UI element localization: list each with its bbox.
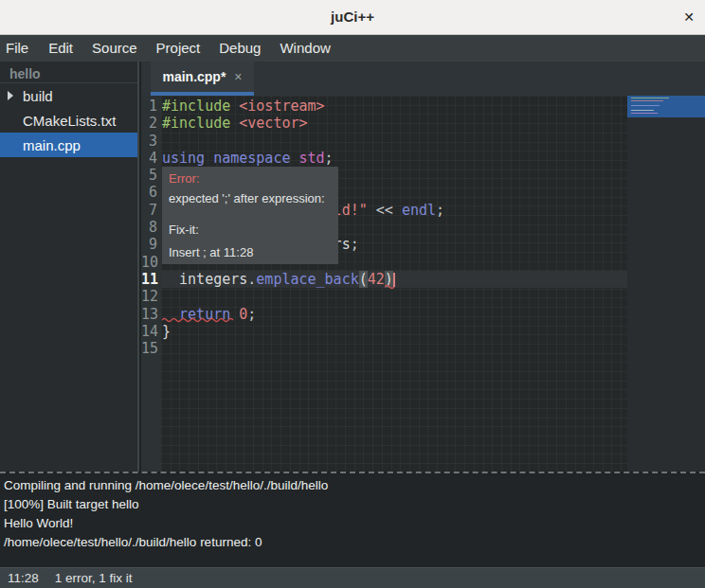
minimap-code-preview: [631, 113, 658, 114]
error-squiggle: [162, 317, 236, 323]
tab-bar: main.cpp* ×: [141, 62, 705, 96]
line-number: 5: [141, 167, 161, 184]
code-token: [230, 98, 239, 115]
terminal-output[interactable]: Compiling and running /home/olece/test/h…: [0, 474, 705, 567]
code-token: #include: [162, 115, 230, 132]
line-number: 8: [141, 219, 161, 236]
main-content: hello buildCMakeLists.txtmain.cpp main.c…: [0, 62, 705, 472]
code-token: <<: [376, 202, 393, 219]
code-token: 42: [368, 271, 385, 288]
editor-body: 123456789101112131415 #include <iostream…: [141, 96, 705, 472]
code-token: ;: [436, 202, 444, 219]
line-number: 7: [141, 202, 161, 219]
sidebar-item-main-cpp[interactable]: main.cpp: [0, 133, 137, 157]
code-token: ;: [247, 306, 256, 323]
terminal-line: Compiling and running /home/olece/test/h…: [4, 476, 701, 495]
menu-item-file[interactable]: File: [5, 35, 39, 62]
tooltip-fixit-label: Fix-it:: [169, 223, 199, 237]
code-token: (: [359, 271, 368, 288]
sidebar-item-build[interactable]: build: [0, 83, 137, 108]
tooltip-fixit-text: Insert ; at 11:28: [169, 245, 253, 259]
menu-item-source[interactable]: Source: [82, 35, 147, 62]
line-number: 11: [141, 271, 161, 288]
code-token: [230, 115, 239, 132]
terminal-line: [100%] Built target hello: [4, 495, 701, 514]
code-token: #include: [162, 98, 230, 115]
minimap-code-preview: [631, 98, 669, 98]
code-line: }: [161, 323, 627, 340]
code-token: using: [162, 150, 205, 167]
cursor-position: 11:28: [8, 571, 39, 585]
minimap-code-preview: [631, 100, 663, 101]
minimap-code-preview: [631, 105, 660, 106]
minimap-code-preview: [631, 110, 654, 111]
text-cursor: [393, 273, 395, 287]
code-token: 0: [239, 306, 247, 323]
status-bar: 11:28 1 error, 1 fix it: [0, 567, 705, 588]
line-number: 1: [141, 98, 161, 115]
line-number-gutter: 123456789101112131415: [141, 96, 161, 472]
sidebar-item-label: CMakeLists.txt: [23, 113, 116, 129]
file-browser: hello buildCMakeLists.txtmain.cpp: [0, 62, 139, 472]
sidebar-item-cmakelists-txt[interactable]: CMakeLists.txt: [0, 108, 137, 133]
code-token: <iostream>: [239, 98, 324, 115]
menu-item-project[interactable]: Project: [147, 35, 210, 62]
sidebar-item-label: main.cpp: [23, 137, 81, 153]
line-number: 15: [141, 340, 161, 357]
tab-label: main.cpp*: [162, 69, 226, 84]
code-line: [161, 340, 627, 357]
code-token: [290, 150, 298, 167]
code-token: <vector>: [239, 115, 307, 132]
line-number: 2: [141, 115, 161, 132]
code-token: endl: [402, 202, 436, 219]
sidebar-item-label: build: [23, 88, 53, 104]
titlebar: juCi++ ✕: [0, 0, 705, 35]
menu-item-edit[interactable]: Edit: [39, 35, 82, 62]
tab-main-cpp[interactable]: main.cpp* ×: [151, 62, 254, 96]
tab-close-icon[interactable]: ×: [234, 69, 242, 84]
code-line: using namespace std;: [161, 150, 627, 167]
minimap-scrollbar[interactable]: [627, 96, 705, 472]
expand-arrow-icon[interactable]: [8, 91, 13, 100]
line-number: 6: [141, 184, 161, 201]
menubar: FileEditSourceProjectDebugWindow: [0, 35, 705, 62]
line-number: 4: [141, 150, 161, 167]
tooltip-error-label: Error:: [169, 171, 200, 186]
menu-item-debug[interactable]: Debug: [209, 35, 270, 62]
tooltip-error-text: expected ';' after expression:: [169, 191, 325, 205]
diagnostics-summary: 1 error, 1 fix it: [55, 571, 133, 585]
project-name: hello: [0, 62, 137, 83]
editor-pane: main.cpp* × 123456789101112131415 #inclu…: [141, 62, 705, 472]
code-line: [161, 133, 627, 150]
code-token: }: [162, 323, 171, 340]
code-token: integers: [162, 271, 247, 288]
terminal-line: /home/olece/test/hello/./build/hello ret…: [4, 533, 701, 552]
line-number: 10: [141, 254, 161, 271]
code-token: [205, 150, 213, 167]
close-icon[interactable]: ✕: [683, 0, 695, 34]
menu-item-window[interactable]: Window: [270, 35, 339, 62]
code-token: ;: [351, 236, 359, 253]
code-token: [368, 202, 376, 219]
code-token: std: [299, 150, 325, 167]
code-token: namespace: [213, 150, 290, 167]
window-title: juCi++: [0, 0, 705, 34]
code-line: [161, 288, 627, 305]
line-number: 9: [141, 236, 161, 253]
code-token: [393, 202, 402, 219]
terminal-line: Hello World!: [4, 514, 701, 533]
line-number: 14: [141, 323, 161, 340]
line-number: 12: [141, 288, 161, 305]
code-token: .: [247, 271, 256, 288]
code-line: #include <vector>: [161, 115, 627, 132]
jucipp-window: juCi++ ✕ FileEditSourceProjectDebugWindo…: [0, 0, 705, 588]
line-number: 3: [141, 133, 161, 150]
code-line: #include <iostream>: [161, 98, 627, 115]
code-token: ;: [325, 150, 334, 167]
code-token: emplace_back: [256, 271, 358, 288]
diagnostic-tooltip: Error: expected ';' after expression: Fi…: [162, 167, 338, 264]
line-number: 13: [141, 306, 161, 323]
minimap-viewport[interactable]: [627, 96, 705, 117]
